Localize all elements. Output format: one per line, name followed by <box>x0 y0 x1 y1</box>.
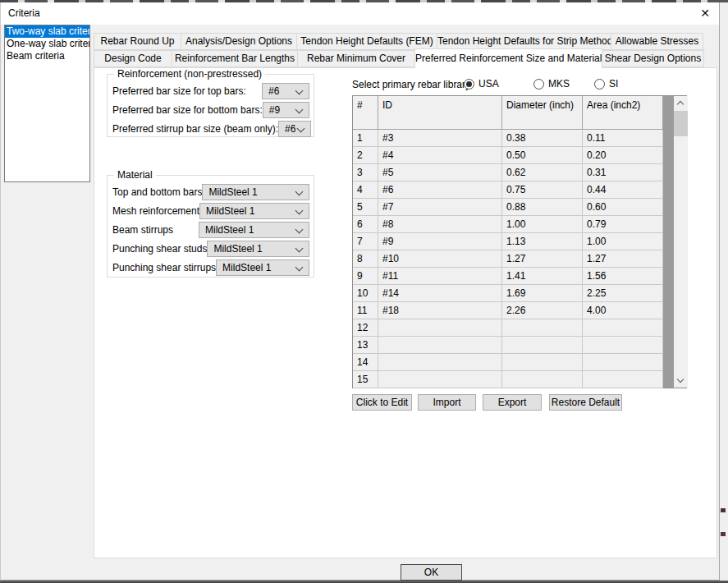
combo-preferred-bar-size-for-bottom-bars[interactable]: #9 <box>263 102 309 118</box>
ok-button[interactable]: OK <box>401 564 462 581</box>
column-header-diameter-inch[interactable]: Diameter (inch) <box>502 96 583 130</box>
column-header-area-inch2[interactable]: Area (inch2) <box>583 96 663 130</box>
combo-punching-shear-studs[interactable]: MildSteel 1 <box>207 241 309 257</box>
combo-punching-shear-stirrups[interactable]: MildSteel 1 <box>216 259 309 276</box>
close-icon[interactable]: ✕ <box>693 2 717 24</box>
table-cell[interactable]: 0.11 <box>583 130 663 147</box>
combo-preferred-bar-size-for-top-bars[interactable]: #6 <box>262 83 309 99</box>
table-cell[interactable]: 0.75 <box>502 181 583 199</box>
table-cell[interactable] <box>583 371 663 388</box>
row-header-cell[interactable]: 2 <box>353 147 378 164</box>
column-header-id[interactable]: ID <box>378 96 502 130</box>
radio-option-mks[interactable]: MKS <box>533 78 570 90</box>
table-cell[interactable]: 4.00 <box>583 302 663 319</box>
table-cell[interactable]: 1.13 <box>502 233 583 250</box>
row-header-cell[interactable]: 3 <box>353 164 378 181</box>
row-header-cell[interactable]: 5 <box>353 199 378 216</box>
table-cell[interactable]: 0.38 <box>502 130 583 147</box>
table-cell[interactable] <box>583 354 663 371</box>
table-cell[interactable] <box>502 354 583 371</box>
table-cell[interactable] <box>583 337 663 354</box>
row-header-cell[interactable]: 13 <box>353 337 378 354</box>
table-cell[interactable]: #3 <box>378 130 502 147</box>
click-to-edit-button[interactable]: Click to Edit <box>352 394 412 411</box>
restore-default-button[interactable]: Restore Default <box>549 394 622 411</box>
table-cell[interactable] <box>378 319 502 337</box>
combo-mesh-reinforcement[interactable]: MildSteel 1 <box>199 203 309 219</box>
table-cell[interactable]: 1.00 <box>583 233 663 250</box>
table-cell[interactable]: #14 <box>378 285 502 302</box>
import-button[interactable]: Import <box>418 394 476 411</box>
table-cell[interactable]: 0.60 <box>583 199 663 216</box>
table-cell[interactable]: 0.44 <box>583 181 663 199</box>
table-cell[interactable]: 0.79 <box>583 216 663 233</box>
row-header-cell[interactable]: 7 <box>353 233 378 250</box>
row-header-cell[interactable]: 11 <box>353 302 378 319</box>
scrollbar-up-button[interactable] <box>674 96 688 110</box>
table-cell[interactable] <box>502 371 583 388</box>
table-cell[interactable] <box>378 371 502 388</box>
table-cell[interactable]: 2.26 <box>502 302 583 319</box>
export-button[interactable]: Export <box>483 394 542 411</box>
table-cell[interactable] <box>378 354 502 371</box>
tab-tendon-height-defaults-fem[interactable]: Tendon Height Defaults (FEM) <box>296 33 437 50</box>
table-cell[interactable]: 0.31 <box>583 164 663 181</box>
tab-design-code[interactable]: Design Code <box>94 50 172 67</box>
table-cell[interactable]: 1.27 <box>502 250 583 268</box>
table-cell[interactable]: 1.00 <box>502 216 583 233</box>
row-header-cell[interactable]: 6 <box>353 216 378 233</box>
combo-beam-stirrups[interactable]: MildSteel 1 <box>199 222 309 238</box>
row-header-cell[interactable]: 1 <box>353 130 378 147</box>
table-cell[interactable]: #11 <box>378 268 502 285</box>
row-header-cell[interactable]: 9 <box>353 268 378 285</box>
table-scrollbar[interactable] <box>674 96 688 388</box>
table-cell[interactable]: #4 <box>378 147 502 164</box>
table-cell[interactable]: 1.69 <box>502 285 583 302</box>
table-cell[interactable]: 1.41 <box>502 268 583 285</box>
titlebar[interactable]: Criteria ✕ <box>1 2 719 25</box>
radio-option-usa[interactable]: USA <box>464 78 499 90</box>
table-cell[interactable] <box>583 319 663 337</box>
table-cell[interactable]: 0.50 <box>502 147 583 164</box>
table-cell[interactable]: #5 <box>378 164 502 181</box>
table-cell[interactable]: 0.62 <box>502 164 583 181</box>
tab-preferred-reinforcement-size-and-material[interactable]: Preferred Reinforcement Size and Materia… <box>414 48 602 68</box>
table-cell[interactable]: 0.88 <box>502 199 583 216</box>
row-header-cell[interactable]: 12 <box>353 319 378 337</box>
table-cell[interactable]: 1.27 <box>583 250 663 268</box>
row-header-cell[interactable]: 14 <box>353 354 378 371</box>
scrollbar-down-button[interactable] <box>674 374 688 388</box>
row-header-cell[interactable]: 10 <box>353 285 378 302</box>
tab-analysis-design-options[interactable]: Analysis/Design Options <box>181 33 297 50</box>
table-cell[interactable] <box>378 337 502 354</box>
tab-tendon-height-defaults-for-strip-method[interactable]: Tendon Height Defaults for Strip Method <box>437 33 611 50</box>
tab-reinforcement-bar-lengths[interactable]: Reinforcement Bar Lengths <box>172 50 298 67</box>
scrollbar-thumb[interactable] <box>674 111 688 136</box>
table-cell[interactable]: #9 <box>378 233 502 250</box>
sidebar-item-two-way-slab-criteria[interactable]: Two-way slab criteria <box>5 25 89 38</box>
table-cell[interactable]: #6 <box>378 181 502 199</box>
column-header-num[interactable]: # <box>353 96 378 130</box>
table-cell[interactable]: #8 <box>378 216 502 233</box>
row-header-cell[interactable]: 8 <box>353 250 378 268</box>
criteria-list[interactable]: Two-way slab criteriaOne-way slab criter… <box>4 25 90 182</box>
table-cell[interactable] <box>502 337 583 354</box>
tab-allowable-stresses[interactable]: Allowable Stresses <box>611 33 703 50</box>
combo-top-and-bottom-bars[interactable]: MildSteel 1 <box>202 184 309 200</box>
tab-rebar-round-up[interactable]: Rebar Round Up <box>94 33 181 50</box>
table-cell[interactable] <box>502 319 583 337</box>
table-cell[interactable]: 1.56 <box>583 268 663 285</box>
table-cell[interactable]: #7 <box>378 199 502 216</box>
sidebar-item-one-way-slab-criteria[interactable]: One-way slab criteria <box>5 38 89 50</box>
row-header-cell[interactable]: 4 <box>353 181 378 199</box>
table-cell[interactable]: 0.20 <box>583 147 663 164</box>
row-header-cell[interactable]: 15 <box>353 371 378 388</box>
tab-shear-design-options[interactable]: Shear Design Options <box>602 50 704 67</box>
table-cell[interactable]: 2.25 <box>583 285 663 302</box>
combo-preferred-stirrup-bar-size-beam-only[interactable]: #6 <box>278 121 311 137</box>
table-cell[interactable]: #10 <box>378 250 502 268</box>
radio-option-si[interactable]: SI <box>594 78 618 90</box>
table-cell[interactable]: #18 <box>378 302 502 319</box>
tab-rebar-minimum-cover[interactable]: Rebar Minimum Cover <box>297 50 415 67</box>
sidebar-item-beam-criteria[interactable]: Beam criteria <box>5 50 89 62</box>
